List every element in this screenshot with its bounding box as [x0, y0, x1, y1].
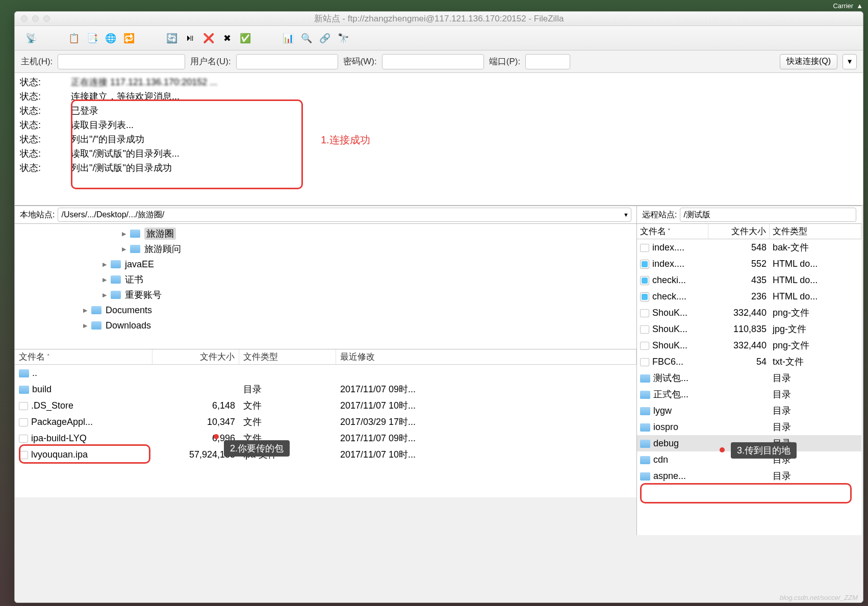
disclosure-triangle-icon[interactable]: ▶ — [122, 231, 126, 237]
file-row[interactable]: 正式包...目录 — [637, 386, 861, 402]
toggle-queue-icon[interactable]: 🌐 — [104, 31, 118, 45]
disclosure-triangle-icon[interactable]: ▶ — [103, 292, 107, 298]
col-size: 文件大小 — [152, 349, 239, 364]
file-row[interactable]: index....552HTML do... — [637, 256, 861, 272]
disclosure-triangle-icon[interactable]: ▶ — [83, 307, 87, 314]
minimize-button[interactable] — [32, 15, 39, 22]
toggle-tree-icon[interactable]: 📑 — [85, 31, 99, 45]
file-row[interactable]: lvyouquan.ipa57,924,133ipa-文件2017/11/07 … — [15, 446, 636, 463]
filter-icon[interactable]: 🔍 — [299, 31, 314, 45]
disclosure-triangle-icon[interactable]: ▶ — [103, 276, 107, 283]
local-tree[interactable]: ▶旅游圈▶旅游顾问▶javaEE▶证书▶重要账号▶Documents▶Downl… — [15, 224, 636, 349]
log-line: 状态:列出"/"的目录成功 — [20, 132, 858, 146]
annotation-tooltip-2: 2.你要传的包 — [224, 440, 290, 457]
tree-item[interactable]: ▶Documents — [15, 302, 636, 318]
filezilla-window: 新站点 - ftp://zhangzhengmei@117.121.136.17… — [14, 11, 863, 603]
log-line: 状态:列出"/测试版"的目录成功 — [20, 161, 858, 175]
tree-item[interactable]: ▶旅游顾问 — [15, 241, 636, 257]
remote-file-headers[interactable]: 文件名 ˅ 文件大小 文件类型 — [637, 224, 861, 239]
file-row[interactable]: ShouK...332,440png-文件 — [637, 337, 861, 353]
quickconnect-button[interactable]: 快速连接(Q) — [780, 54, 837, 69]
tree-item[interactable]: ▶重要账号 — [15, 287, 636, 302]
local-file-list[interactable]: ..build目录2017/11/07 09时....DS_Store6,148… — [15, 365, 636, 497]
disclosure-triangle-icon[interactable]: ▶ — [122, 246, 126, 252]
password-input[interactable] — [382, 54, 484, 69]
file-row[interactable]: lygw目录 — [637, 402, 861, 419]
log-label: 状态: — [20, 161, 50, 175]
log-message: 列出"/测试版"的目录成功 — [71, 161, 172, 175]
remote-path-combo[interactable]: /测试版 — [680, 208, 856, 222]
rcol-size: 文件大小 — [708, 224, 770, 239]
log-message: 已登录 — [71, 104, 98, 118]
local-path-combo[interactable]: /Users/.../Desktop/.../旅游圈/ ▼ — [58, 208, 631, 222]
file-row[interactable]: checki...435HTML do... — [637, 272, 861, 288]
tree-item[interactable]: ▶证书 — [15, 272, 636, 287]
log-line: 状态:已登录 — [20, 104, 858, 118]
file-row[interactable]: build目录2017/11/07 09时... — [15, 381, 636, 397]
zoom-button[interactable] — [43, 15, 50, 22]
file-row[interactable]: .DS_Store6,148文件2017/11/07 10时... — [15, 397, 636, 414]
tree-label: 重要账号 — [125, 289, 162, 301]
file-row[interactable]: PackageAppl...10,347文件2017/03/29 17时... — [15, 414, 636, 430]
file-row[interactable]: ShouK...110,835jpg-文件 — [637, 321, 861, 337]
folder-icon — [640, 374, 650, 383]
username-label: 用户名(U): — [190, 56, 231, 67]
disconnect-icon[interactable]: ✖ — [220, 31, 234, 45]
local-file-headers[interactable]: 文件名 ˄ 文件大小 文件类型 最近修改 — [15, 349, 636, 365]
username-input[interactable] — [236, 54, 338, 69]
annotation-box-3 — [640, 483, 852, 503]
file-row[interactable]: ipa-build-LYQ6,996文件2017/11/07 09时... — [15, 430, 636, 446]
file-row[interactable]: check....236HTML do... — [637, 288, 861, 305]
file-row[interactable]: ShouK...332,440png-文件 — [637, 305, 861, 321]
disclosure-triangle-icon[interactable]: ▶ — [83, 322, 87, 329]
file-row[interactable]: .. — [15, 365, 636, 381]
quickconnect-history-button[interactable]: ▼ — [843, 54, 857, 69]
file-icon — [640, 325, 649, 334]
file-row[interactable]: aspne...目录 — [637, 468, 861, 484]
sync-browse-icon[interactable]: 🔗 — [318, 31, 332, 45]
log-label: 状态: — [20, 75, 50, 89]
port-label: 端口(P): — [489, 56, 520, 67]
file-row[interactable]: 测试包...目录 — [637, 370, 861, 386]
toggle-log-icon[interactable]: 📋 — [67, 31, 81, 45]
folder-icon — [111, 260, 121, 268]
refresh-all-icon[interactable]: 🔁 — [122, 31, 136, 45]
file-row[interactable]: index....548bak-文件 — [637, 239, 861, 256]
file-row[interactable]: iospro目录 — [637, 419, 861, 435]
disclosure-triangle-icon[interactable]: ▶ — [103, 261, 107, 268]
log-message: 连接建立，等待欢迎消息... — [71, 89, 180, 104]
port-input[interactable] — [525, 54, 570, 69]
folder-icon — [130, 245, 140, 253]
message-log[interactable]: 状态:正在连接 117.121.136.170:20152 ...状态:连接建立… — [15, 73, 863, 206]
file-icon — [19, 451, 28, 459]
tree-item[interactable]: ▶旅游圈 — [15, 226, 636, 241]
cancel-icon[interactable]: ❌ — [201, 31, 216, 45]
file-row[interactable]: FBC6...54txt-文件 — [637, 353, 861, 370]
carrier-label: Carrier — [833, 2, 853, 10]
process-queue-icon[interactable]: ⏯ — [183, 31, 197, 45]
annotation-tooltip-3: 3.传到目的地 — [731, 442, 797, 459]
tree-item[interactable]: ▶javaEE — [15, 257, 636, 272]
rcol-type: 文件类型 — [770, 224, 861, 239]
folder-icon — [111, 291, 121, 299]
reconnect-icon[interactable]: ✅ — [238, 31, 252, 45]
quickconnect-bar: 主机(H): 用户名(U): 密码(W): 端口(P): 快速连接(Q) ▼ — [15, 50, 863, 73]
device-status-bar: Carrier ▲ — [828, 0, 868, 11]
file-icon — [640, 309, 649, 317]
host-input[interactable] — [58, 54, 185, 69]
tree-label: 证书 — [125, 273, 143, 286]
close-button[interactable] — [21, 15, 28, 22]
remote-file-list[interactable]: index....548bak-文件index....552HTML do...… — [637, 239, 861, 535]
site-manager-icon[interactable]: 📡 — [24, 31, 38, 45]
window-controls[interactable] — [15, 15, 50, 22]
tree-item[interactable]: ▶Downloads — [15, 318, 636, 333]
folder-icon — [91, 321, 101, 330]
col-name: 文件名 ˄ — [15, 349, 152, 364]
remote-pane: 远程站点: /测试版 文件名 ˅ 文件大小 文件类型 index....548b… — [637, 206, 861, 535]
search-icon[interactable]: 🔭 — [336, 31, 350, 45]
annotation-dot-3 — [720, 447, 725, 452]
tree-label: Downloads — [106, 320, 151, 331]
refresh-icon[interactable]: 🔄 — [165, 31, 179, 45]
log-message: 读取"/测试版"的目录列表... — [71, 146, 180, 161]
compare-icon[interactable]: 📊 — [281, 31, 295, 45]
